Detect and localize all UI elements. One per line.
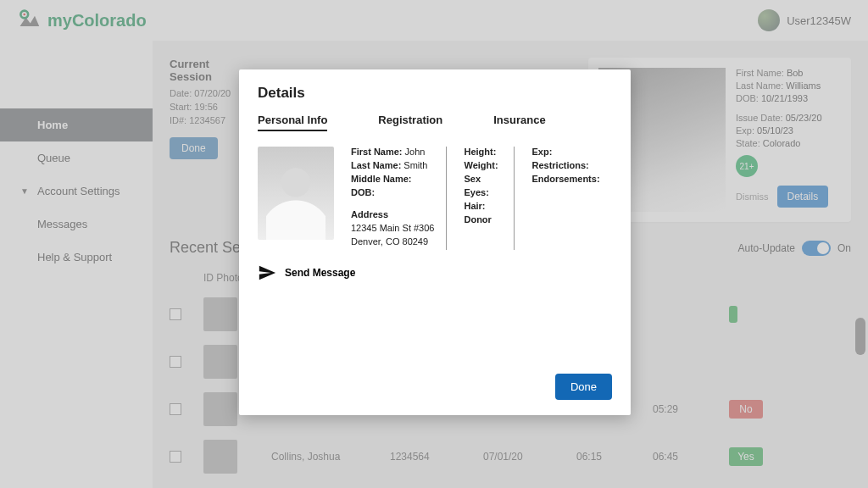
address-line2: Denver, CO 80249 [351,236,434,247]
col-physical: Height: Weight: Sex Eyes: Hair: Donor [464,147,515,250]
modal-photo-col [258,147,334,250]
address-line1: 12345 Main St #306 [351,223,434,233]
tab-personal-info[interactable]: Personal Info [258,114,327,131]
send-label: Send Message [285,267,355,279]
modal-body: First Name: John Last Name: Smith Middle… [258,147,612,250]
modal-title: Details [258,85,612,102]
modal-tabs: Personal Info Registration Insurance [258,114,612,131]
col-license: Exp: Restrictions: Endorsements: [531,147,611,250]
col-identity: First Name: John Last Name: Smith Middle… [351,147,447,250]
send-message-button[interactable]: Send Message [258,263,612,282]
modal-done-button[interactable]: Done [555,374,612,400]
tab-registration[interactable]: Registration [378,114,442,131]
paper-plane-icon [258,263,276,282]
scrollbar-thumb[interactable] [855,318,865,355]
tab-insurance[interactable]: Insurance [493,114,545,131]
details-modal: Details Personal Info Registration Insur… [239,69,631,415]
detail-photo [258,147,334,240]
